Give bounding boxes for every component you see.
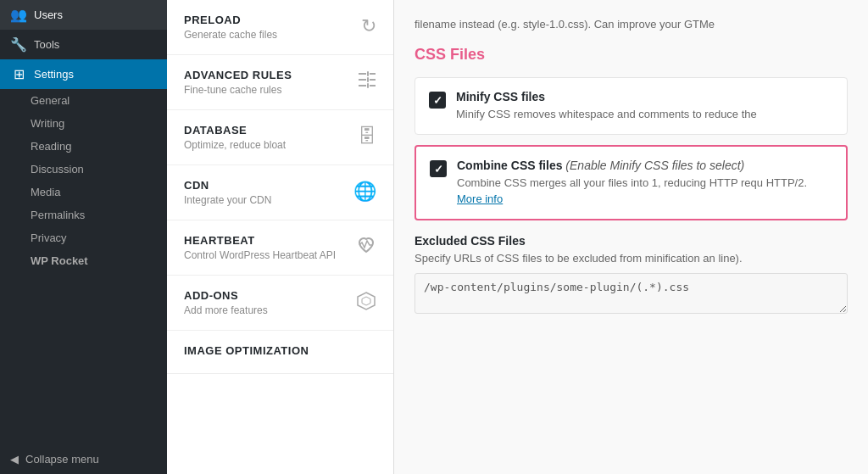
svg-rect-2 bbox=[359, 79, 366, 81]
advanced-rules-desc: Fine-tune cache rules bbox=[184, 84, 348, 96]
minify-css-option: ✓ Minify CSS files Minify CSS removes wh… bbox=[415, 77, 848, 135]
settings-icon: ⊞ bbox=[10, 66, 27, 82]
svg-rect-5 bbox=[370, 85, 376, 86]
sidebar-users-label: Users bbox=[34, 8, 63, 21]
css-section-title: CSS Files bbox=[415, 46, 848, 64]
image-optimization-title: IMAGE OPTIMIZATION bbox=[184, 344, 376, 357]
sidebar-item-permalinks[interactable]: Permalinks bbox=[0, 204, 167, 226]
collapse-menu-button[interactable]: ◀ Collapse menu bbox=[0, 444, 167, 474]
sidebar-item-tools[interactable]: 🔧 Tools bbox=[0, 30, 167, 59]
database-icon: 🗄 bbox=[358, 125, 376, 148]
heartbeat-title: HEARTBEAT bbox=[184, 234, 346, 247]
minify-css-label: Minify CSS files bbox=[456, 90, 833, 103]
svg-rect-8 bbox=[367, 83, 369, 88]
users-icon: 👥 bbox=[10, 7, 27, 23]
cdn-icon: 🌐 bbox=[353, 181, 376, 203]
middle-panel: PRELOAD Generate cache files ↻ ADVANCED … bbox=[167, 0, 394, 474]
middle-section-cdn[interactable]: CDN Integrate your CDN 🌐 bbox=[167, 165, 393, 220]
middle-section-heartbeat[interactable]: HEARTBEAT Control WordPress Heartbeat AP… bbox=[167, 220, 393, 276]
excluded-css-textarea[interactable] bbox=[415, 273, 848, 314]
middle-section-advanced-rules[interactable]: ADVANCED RULES Fine-tune cache rules bbox=[167, 55, 393, 110]
heartbeat-desc: Control WordPress Heartbeat API bbox=[184, 249, 346, 261]
addons-icon bbox=[356, 291, 376, 316]
collapse-icon: ◀ bbox=[10, 453, 19, 466]
minify-css-checkbox[interactable]: ✓ bbox=[429, 92, 446, 109]
middle-section-addons[interactable]: ADD-ONS Add more features bbox=[167, 276, 393, 331]
preload-desc: Generate cache files bbox=[184, 29, 351, 41]
svg-rect-7 bbox=[367, 77, 369, 82]
excluded-css-label: Excluded CSS Files bbox=[415, 234, 848, 248]
svg-rect-3 bbox=[370, 79, 376, 81]
sidebar-tools-label: Tools bbox=[34, 38, 59, 51]
excluded-css-section: Excluded CSS Files Specify URLs of CSS f… bbox=[415, 234, 848, 317]
database-title: DATABASE bbox=[184, 124, 348, 137]
top-hint-text: filename instead (e.g. style-1.0.css). C… bbox=[415, 17, 848, 32]
combine-css-checkmark: ✓ bbox=[434, 163, 443, 176]
svg-marker-10 bbox=[362, 297, 370, 305]
addons-desc: Add more features bbox=[184, 304, 346, 316]
addons-title: ADD-ONS bbox=[184, 289, 346, 302]
middle-section-preload[interactable]: PRELOAD Generate cache files ↻ bbox=[167, 0, 393, 55]
svg-rect-4 bbox=[359, 85, 366, 86]
database-desc: Optimize, reduce bloat bbox=[184, 139, 348, 151]
svg-rect-1 bbox=[359, 73, 366, 75]
sidebar-item-privacy[interactable]: Privacy bbox=[0, 226, 167, 249]
cdn-title: CDN bbox=[184, 179, 343, 192]
preload-icon: ↻ bbox=[361, 15, 376, 37]
advanced-rules-title: ADVANCED RULES bbox=[184, 69, 348, 81]
sidebar-item-writing[interactable]: Writing bbox=[0, 112, 167, 135]
sidebar-item-reading[interactable]: Reading bbox=[0, 135, 167, 158]
sidebar-item-settings[interactable]: ⊞ Settings bbox=[0, 59, 167, 89]
sidebar-item-wprocket[interactable]: WP Rocket bbox=[0, 249, 167, 272]
sidebar: 👥 Users 🔧 Tools ⊞ Settings General Writi… bbox=[0, 0, 167, 474]
middle-section-database[interactable]: DATABASE Optimize, reduce bloat 🗄 bbox=[167, 110, 393, 165]
middle-section-image-optimization[interactable]: IMAGE OPTIMIZATION bbox=[167, 331, 393, 374]
cdn-desc: Integrate your CDN bbox=[184, 194, 343, 206]
svg-marker-9 bbox=[358, 293, 375, 309]
sidebar-item-users[interactable]: 👥 Users bbox=[0, 0, 167, 30]
collapse-menu-label: Collapse menu bbox=[25, 453, 99, 466]
svg-rect-6 bbox=[367, 71, 369, 76]
minify-css-checkmark: ✓ bbox=[433, 94, 442, 107]
more-info-link[interactable]: More info bbox=[457, 192, 503, 205]
main-content: filename instead (e.g. style-1.0.css). C… bbox=[394, 0, 868, 474]
tools-icon: 🔧 bbox=[10, 36, 27, 53]
minify-css-desc: Minify CSS removes whitespace and commen… bbox=[456, 107, 833, 122]
sidebar-item-general[interactable]: General bbox=[0, 89, 167, 112]
settings-submenu: General Writing Reading Discussion Media… bbox=[0, 89, 167, 272]
advanced-rules-icon bbox=[358, 70, 376, 93]
sidebar-item-media[interactable]: Media bbox=[0, 181, 167, 204]
svg-rect-0 bbox=[370, 73, 376, 75]
heartbeat-icon bbox=[356, 236, 376, 259]
combine-css-desc: Combine CSS merges all your files into 1… bbox=[457, 176, 832, 206]
excluded-css-desc: Specify URLs of CSS files to be excluded… bbox=[415, 251, 848, 266]
combine-css-option: ✓ Combine CSS files (Enable Minify CSS f… bbox=[415, 145, 848, 220]
sidebar-settings-label: Settings bbox=[34, 68, 74, 81]
combine-css-checkbox[interactable]: ✓ bbox=[430, 160, 447, 177]
combine-css-label: Combine CSS files (Enable Minify CSS fil… bbox=[457, 159, 832, 172]
preload-title: PRELOAD bbox=[184, 14, 351, 26]
sidebar-item-discussion[interactable]: Discussion bbox=[0, 158, 167, 181]
